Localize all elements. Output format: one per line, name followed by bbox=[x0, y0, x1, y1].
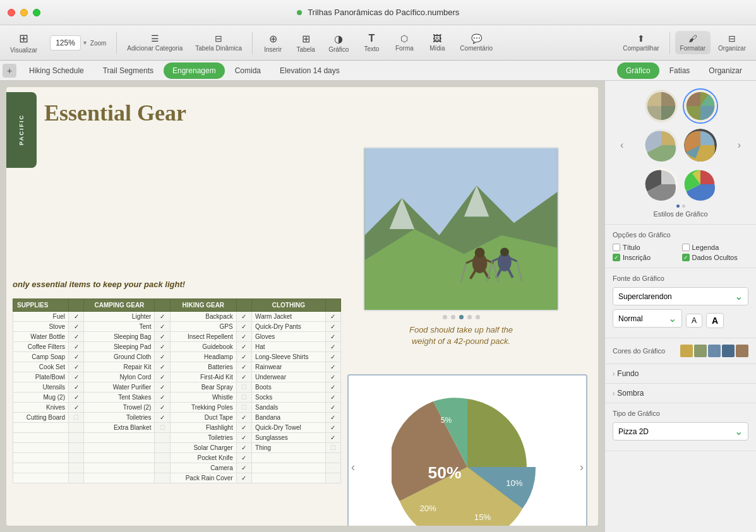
table-cell-supply-check-0[interactable]: ✓ bbox=[68, 312, 83, 322]
table-cell-hiking-check-15[interactable]: ✓ bbox=[236, 463, 251, 473]
table-cell-supply-check-7[interactable]: ✓ bbox=[68, 382, 83, 393]
table-cell-hiking-check-12[interactable]: ✓ bbox=[236, 433, 251, 443]
toolbar-midia[interactable]: 🖼 Mídia bbox=[422, 31, 452, 54]
toolbar-tabela-dinamica[interactable]: ⊟ Tabela Dinâmica bbox=[190, 31, 247, 54]
table-cell-camping-check-12[interactable] bbox=[155, 433, 170, 443]
table-cell-clothing-check-16[interactable] bbox=[325, 473, 340, 483]
table-cell-clothing-check-8[interactable]: ✓ bbox=[325, 393, 340, 403]
color-swatch-4[interactable] bbox=[722, 345, 735, 357]
table-cell-camping-check-16[interactable] bbox=[155, 473, 170, 483]
table-cell-hiking-check-5[interactable]: ✓ bbox=[236, 362, 251, 372]
font-size-bold[interactable]: A bbox=[706, 313, 724, 328]
table-cell-hiking-check-11[interactable]: ✓ bbox=[236, 423, 251, 433]
toolbar-add-category[interactable]: ☰ Adicionar Categoria bbox=[122, 31, 188, 54]
tab-hiking-schedule[interactable]: Hiking Schedule bbox=[20, 62, 93, 79]
toolbar-organizar[interactable]: ⊟ Organizar bbox=[713, 31, 751, 54]
table-cell-hiking-check-1[interactable]: ✓ bbox=[236, 322, 251, 332]
font-style-select[interactable]: Normal ⌄ bbox=[613, 309, 682, 328]
chart-nav-left[interactable]: ‹ bbox=[351, 461, 355, 474]
sombra-collapsible[interactable]: › Sombra bbox=[605, 384, 756, 403]
table-cell-hiking-check-14[interactable]: ✓ bbox=[236, 453, 251, 463]
chart-style-3[interactable] bbox=[644, 127, 679, 163]
chart-style-5[interactable] bbox=[644, 167, 679, 202]
table-cell-clothing-check-10[interactable]: ✓ bbox=[325, 413, 340, 423]
color-swatch-5[interactable] bbox=[736, 345, 748, 357]
table-cell-clothing-check-12[interactable]: ✓ bbox=[325, 433, 340, 443]
table-cell-clothing-check-3[interactable]: ✓ bbox=[325, 342, 340, 352]
inscricao-checkbox[interactable]: ✓ bbox=[613, 254, 620, 261]
panel-tab-grafico[interactable]: Gráfico bbox=[617, 62, 659, 79]
toolbar-zoom[interactable]: 125% ▼ Zoom bbox=[45, 33, 111, 53]
table-cell-camping-check-3[interactable]: ✓ bbox=[155, 342, 170, 352]
color-swatch-1[interactable] bbox=[680, 345, 693, 357]
table-cell-hiking-check-16[interactable]: ✓ bbox=[236, 473, 251, 483]
table-cell-camping-check-8[interactable]: ✓ bbox=[155, 393, 170, 403]
table-cell-camping-check-14[interactable] bbox=[155, 453, 170, 463]
tab-comida[interactable]: Comida bbox=[226, 62, 270, 79]
minimize-button[interactable] bbox=[20, 9, 28, 16]
table-cell-supply-check-3[interactable]: ✓ bbox=[68, 342, 83, 352]
table-cell-camping-check-6[interactable]: ✓ bbox=[155, 372, 170, 382]
legenda-checkbox[interactable] bbox=[682, 244, 690, 251]
table-cell-supply-check-8[interactable]: ✓ bbox=[68, 393, 83, 403]
table-cell-supply-check-13[interactable] bbox=[68, 443, 83, 453]
table-cell-camping-check-1[interactable]: ✓ bbox=[155, 322, 170, 332]
toolbar-visualizar[interactable]: ⊞ Visualizar bbox=[5, 29, 42, 56]
chart-style-nav-right[interactable]: › bbox=[735, 137, 743, 153]
table-cell-hiking-check-8[interactable]: ☐ bbox=[236, 393, 251, 403]
table-cell-camping-check-10[interactable]: ✓ bbox=[155, 413, 170, 423]
tab-elevation[interactable]: Elevation 14 days bbox=[271, 62, 349, 79]
chart-nav-right[interactable]: › bbox=[580, 461, 584, 474]
table-cell-hiking-check-13[interactable]: ✓ bbox=[236, 443, 251, 453]
titulo-checkbox[interactable] bbox=[613, 244, 620, 251]
table-cell-hiking-check-9[interactable]: ☐ bbox=[236, 403, 251, 413]
table-cell-supply-check-5[interactable]: ✓ bbox=[68, 362, 83, 372]
table-cell-clothing-check-7[interactable]: ✓ bbox=[325, 382, 340, 393]
table-cell-camping-check-9[interactable]: ✓ bbox=[155, 403, 170, 413]
add-tab-button[interactable]: + bbox=[3, 64, 16, 78]
toolbar-tabela[interactable]: ⊞ Tabela bbox=[291, 30, 321, 56]
table-cell-hiking-check-7[interactable]: ☐ bbox=[236, 382, 251, 393]
table-cell-camping-check-15[interactable] bbox=[155, 463, 170, 473]
toolbar-compartilhar[interactable]: ⬆ Compartilhar bbox=[618, 31, 664, 54]
table-cell-camping-check-7[interactable]: ✓ bbox=[155, 382, 170, 393]
table-cell-hiking-check-3[interactable]: ✓ bbox=[236, 342, 251, 352]
toolbar-formatar[interactable]: 🖌 Formatar bbox=[675, 31, 711, 54]
font-name-select[interactable]: Superclarendon ⌄ bbox=[613, 287, 748, 305]
panel-tab-organizar[interactable]: Organizar bbox=[700, 62, 751, 79]
table-cell-clothing-check-2[interactable]: ✓ bbox=[325, 332, 340, 342]
zoom-display[interactable]: 125% bbox=[50, 35, 81, 50]
table-cell-clothing-check-5[interactable]: ✓ bbox=[325, 362, 340, 372]
table-cell-clothing-check-14[interactable] bbox=[325, 453, 340, 463]
table-cell-clothing-check-0[interactable]: ✓ bbox=[325, 312, 340, 322]
toolbar-grafico[interactable]: ◑ Gráfico bbox=[323, 30, 354, 56]
dados-ocultos-checkbox[interactable]: ✓ bbox=[682, 254, 690, 261]
fullscreen-button[interactable] bbox=[33, 9, 40, 16]
chart-style-nav-left[interactable]: ‹ bbox=[618, 137, 626, 153]
table-cell-hiking-check-6[interactable]: ✓ bbox=[236, 372, 251, 382]
chart-style-1[interactable] bbox=[644, 88, 679, 124]
table-cell-supply-check-15[interactable] bbox=[68, 463, 83, 473]
table-cell-camping-check-11[interactable]: ☐ bbox=[155, 423, 170, 433]
toolbar-texto[interactable]: T Texto bbox=[356, 30, 387, 55]
table-cell-hiking-check-4[interactable]: ✓ bbox=[236, 352, 251, 362]
table-cell-supply-check-16[interactable] bbox=[68, 473, 83, 483]
table-cell-supply-check-14[interactable] bbox=[68, 453, 83, 463]
color-swatch-2[interactable] bbox=[694, 345, 707, 357]
table-cell-clothing-check-13[interactable]: ☐ bbox=[325, 443, 340, 453]
table-cell-supply-check-12[interactable] bbox=[68, 433, 83, 443]
tab-trail-segments[interactable]: Trail Segments bbox=[94, 62, 162, 79]
chart-style-4[interactable] bbox=[683, 127, 718, 163]
table-cell-supply-check-11[interactable] bbox=[68, 423, 83, 433]
table-cell-camping-check-0[interactable]: ✓ bbox=[155, 312, 170, 322]
table-cell-hiking-check-2[interactable]: ✓ bbox=[236, 332, 251, 342]
close-button[interactable] bbox=[8, 9, 15, 16]
toolbar-forma[interactable]: ⬡ Forma bbox=[389, 31, 419, 54]
table-cell-supply-check-4[interactable]: ✓ bbox=[68, 352, 83, 362]
table-cell-supply-check-2[interactable]: ✓ bbox=[68, 332, 83, 342]
table-cell-camping-check-4[interactable]: ✓ bbox=[155, 352, 170, 362]
table-cell-clothing-check-1[interactable]: ✓ bbox=[325, 322, 340, 332]
table-cell-camping-check-5[interactable]: ✓ bbox=[155, 362, 170, 372]
table-cell-clothing-check-15[interactable] bbox=[325, 463, 340, 473]
chart-type-select[interactable]: Pizza 2D ⌄ bbox=[613, 422, 748, 440]
